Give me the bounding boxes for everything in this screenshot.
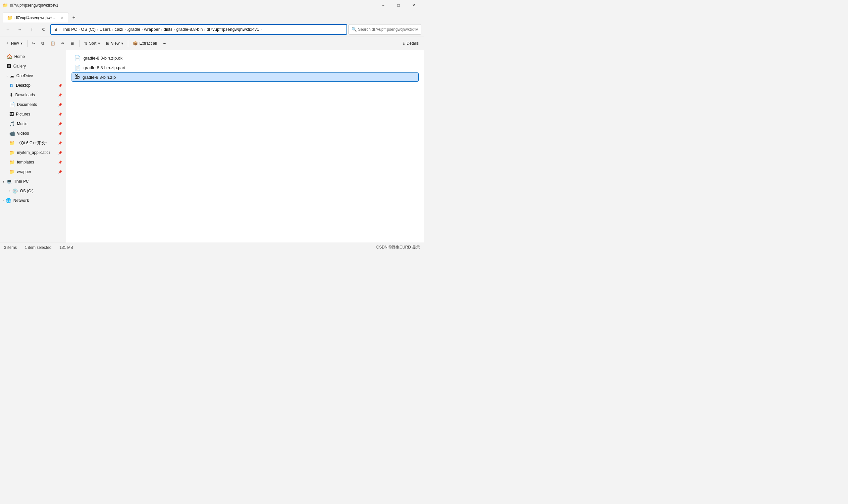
toolbar-separator-2 [79, 40, 80, 47]
osc-icon: 💿 [12, 188, 18, 194]
breadcrumb-osc[interactable]: OS (C:) [81, 27, 96, 32]
file-item-zipok[interactable]: 📄 gradle-8.8-bin.zip.ok [72, 53, 419, 62]
home-icon: 🏠 [6, 54, 12, 59]
file-zippart-icon: 📄 [74, 65, 81, 71]
sidebar-item-osc[interactable]: › 💿 OS (C:) [1, 186, 65, 196]
extract-icon: 📦 [133, 41, 138, 46]
main-layout: 🏠 Home 🖼 Gallery › ☁ OneDrive 🖥 Desktop … [0, 50, 424, 242]
sidebar-item-pictures[interactable]: 🖼 Pictures 📌 [1, 110, 65, 119]
breadcrumb-gradle[interactable]: .gradle [127, 27, 140, 32]
paste-button[interactable]: 📋 [48, 38, 58, 49]
breadcrumb-caizi[interactable]: caizi [115, 27, 123, 32]
new-icon: ＋ [5, 40, 9, 46]
close-button[interactable]: ✕ [406, 0, 421, 11]
templates-pin-icon: 📌 [58, 161, 62, 164]
details-button[interactable]: ℹ Details [400, 38, 421, 49]
sidebar-section-network[interactable]: › 🌐 Network [0, 196, 66, 205]
status-branding: CSDN ©野生CURD 显示 [376, 245, 420, 250]
sidebar-item-qt[interactable]: 📁 《Qt 6 C++开发↑ 📌 [1, 138, 65, 148]
sidebar-myitem-label: myitem_applicatic↑ [17, 150, 56, 155]
documents-icon: 📄 [9, 102, 15, 107]
sidebar-item-downloads[interactable]: ⬇ Downloads 📌 [1, 90, 65, 100]
sort-button[interactable]: ⇅ Sort ▾ [82, 38, 103, 49]
cut-icon: ✂ [32, 41, 35, 46]
sidebar-home-label: Home [14, 54, 62, 59]
sidebar-item-onedrive[interactable]: › ☁ OneDrive [1, 71, 65, 80]
new-button[interactable]: ＋ New ▾ [3, 38, 25, 49]
up-button[interactable]: ↑ [27, 24, 37, 35]
sidebar-item-music[interactable]: 🎵 Music 📌 [1, 119, 65, 128]
file-item-zip[interactable]: 🗜 gradle-8.8-bin.zip [72, 72, 419, 82]
view-button[interactable]: ⊞ View ▾ [103, 38, 126, 49]
sidebar-downloads-label: Downloads [15, 93, 56, 97]
search-input[interactable] [358, 27, 418, 32]
sidebar-gallery-label: Gallery [13, 64, 62, 69]
view-icon: ⊞ [106, 41, 109, 46]
music-icon: 🎵 [9, 121, 15, 126]
documents-pin-icon: 📌 [58, 103, 62, 107]
thispc-label: This PC [14, 179, 29, 184]
tab-bar: 📁 dl7vupf4psengwqhwktix4v1 ✕ + [0, 11, 424, 22]
delete-button[interactable]: 🗑 [68, 38, 77, 49]
active-tab[interactable]: 📁 dl7vupf4psengwqhwktix4v1 ✕ [3, 13, 69, 22]
forward-button[interactable]: → [15, 24, 25, 35]
sidebar-item-gallery[interactable]: 🖼 Gallery [1, 61, 65, 71]
view-label: View [111, 41, 120, 46]
more-button[interactable]: ··· [160, 38, 169, 49]
network-label: Network [13, 198, 29, 203]
extract-all-button[interactable]: 📦 Extract all [130, 38, 160, 49]
toolbar-separator-1 [27, 40, 28, 47]
breadcrumb-thispc[interactable]: This PC [62, 27, 77, 32]
maximize-button[interactable]: □ [391, 0, 406, 11]
breadcrumb-users[interactable]: Users [99, 27, 111, 32]
pictures-pin-icon: 📌 [58, 112, 62, 116]
sidebar: 🏠 Home 🖼 Gallery › ☁ OneDrive 🖥 Desktop … [0, 50, 66, 242]
breadcrumb-wrapper[interactable]: wrapper [144, 27, 160, 32]
sidebar-music-label: Music [17, 122, 56, 126]
sort-icon: ⇅ [84, 41, 87, 46]
refresh-button[interactable]: ↻ [38, 24, 49, 35]
sidebar-qt-label: 《Qt 6 C++开发↑ [17, 140, 56, 146]
downloads-pin-icon: 📌 [58, 93, 62, 97]
copy-button[interactable]: ⧉ [39, 38, 47, 49]
osc-chevron-icon: › [9, 189, 10, 193]
address-bar-area: ← → ↑ ↻ 🖥 › This PC › OS (C:) › Users › … [0, 22, 424, 36]
content-area: 📄 gradle-8.8-bin.zip.ok 📄 gradle-8.8-bin… [66, 50, 424, 242]
file-item-zippart[interactable]: 📄 gradle-8.8-bin.zip.part [72, 63, 419, 72]
gallery-icon: 🖼 [6, 64, 11, 69]
thispc-icon: 💻 [6, 179, 12, 184]
sidebar-item-videos[interactable]: 📹 Videos 📌 [1, 129, 65, 138]
sidebar-templates-label: templates [17, 160, 56, 164]
breadcrumb-home[interactable]: 🖥 [54, 27, 58, 32]
sidebar-item-myitem[interactable]: 📁 myitem_applicatic↑ 📌 [1, 148, 65, 157]
more-icon: ··· [163, 41, 166, 46]
back-button[interactable]: ← [3, 24, 13, 35]
sidebar-videos-label: Videos [17, 131, 56, 136]
sidebar-item-documents[interactable]: 📄 Documents 📌 [1, 100, 65, 109]
minimize-button[interactable]: − [376, 0, 391, 11]
sidebar-wrapper-label: wrapper [17, 169, 56, 174]
music-pin-icon: 📌 [58, 122, 62, 126]
sidebar-pictures-label: Pictures [16, 112, 56, 116]
sidebar-item-templates[interactable]: 📁 templates 📌 [1, 158, 65, 167]
breadcrumb-dists[interactable]: dists [163, 27, 173, 32]
cut-button[interactable]: ✂ [30, 38, 38, 49]
sidebar-item-wrapper[interactable]: 📁 wrapper 📌 [1, 167, 65, 176]
breadcrumb-gradlebin[interactable]: gradle-8.8-bin [176, 27, 203, 32]
sidebar-item-desktop[interactable]: 🖥 Desktop 📌 [1, 81, 65, 90]
templates-folder-icon: 📁 [9, 160, 15, 165]
search-box[interactable]: 🔍 [348, 24, 421, 35]
search-icon: 🔍 [351, 27, 357, 32]
status-bar-right: CSDN ©野生CURD 显示 [376, 245, 420, 250]
sidebar-item-home[interactable]: 🏠 Home [1, 52, 65, 61]
new-tab-button[interactable]: + [69, 13, 79, 22]
tab-title: dl7vupf4psengwqhwktix4v1 [15, 16, 57, 20]
sidebar-section-thispc[interactable]: ▾ 💻 This PC [0, 177, 66, 186]
downloads-icon: ⬇ [9, 92, 13, 97]
rename-button[interactable]: ✏ [59, 38, 67, 49]
file-zip-name: gradle-8.8-bin.zip [83, 75, 416, 80]
copy-icon: ⧉ [41, 41, 45, 46]
address-bar[interactable]: 🖥 › This PC › OS (C:) › Users › caizi › … [50, 24, 347, 35]
tab-close-button[interactable]: ✕ [59, 15, 65, 20]
onedrive-icon: ☁ [10, 73, 14, 78]
